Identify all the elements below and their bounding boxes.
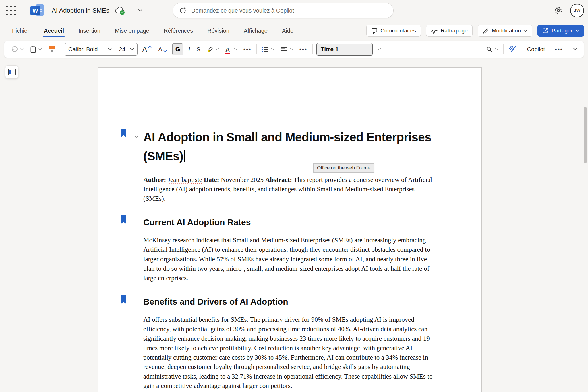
style-gallery-chevron[interactable] (376, 47, 382, 52)
chevron-up-icon (148, 46, 152, 48)
tab-fichier[interactable]: Fichier (11, 25, 30, 36)
section-heading[interactable]: Benefits and Drivers of AI Adoption (143, 296, 435, 307)
frame-tooltip: Office on the web Frame (313, 163, 374, 173)
font-color-button[interactable]: A (224, 45, 239, 54)
document-page[interactable]: AI Adoption in Small and Medium-sized En… (98, 67, 482, 392)
alignment-button[interactable] (279, 45, 295, 54)
tab-mise-en-page[interactable]: Mise en page (114, 25, 150, 36)
shrink-font-button[interactable]: A (157, 45, 169, 54)
undo-button[interactable] (9, 44, 25, 54)
doc-title-heading[interactable]: AI Adoption in Small and Medium-sized En… (143, 68, 439, 166)
format-painter-button[interactable] (47, 44, 57, 54)
grammar-underlined-word: for (221, 316, 229, 323)
bold-button[interactable]: G (172, 43, 183, 55)
document-title-chevron-icon[interactable] (138, 9, 142, 12)
more-font-options-button[interactable]: ••• (242, 45, 253, 54)
chevron-down-icon (378, 48, 381, 51)
doc-meta-paragraph[interactable]: Author: Jean-baptiste Date: November 202… (143, 175, 435, 203)
bullet-list-icon (262, 46, 269, 53)
chevron-down-icon (130, 48, 134, 51)
copilot-search-input[interactable] (191, 7, 387, 14)
copilot-search-box[interactable] (173, 3, 394, 18)
divider (61, 44, 61, 54)
pencil-icon (483, 28, 489, 34)
side-panel-icon (8, 69, 16, 75)
section-paragraph[interactable]: AI offers substantial benefits for SMEs.… (143, 315, 435, 391)
share-icon (542, 28, 549, 34)
app-launcher-icon[interactable] (5, 4, 17, 17)
word-logo-icon: W (30, 4, 45, 17)
chevron-down-icon (495, 48, 498, 51)
divider (550, 44, 550, 54)
divider (522, 44, 522, 54)
chevron-down-icon (573, 48, 577, 51)
chevron-down-icon (575, 30, 579, 32)
heading-bookmark-icon (121, 215, 126, 224)
chevron-down-icon (20, 48, 24, 51)
find-button[interactable] (485, 45, 500, 54)
copilot-icon (179, 7, 187, 14)
text-cursor (184, 150, 185, 162)
editor-button[interactable] (507, 44, 518, 54)
chevron-down-icon (38, 48, 42, 51)
share-button[interactable]: Partager (537, 25, 584, 37)
divider (503, 44, 504, 54)
chevron-down-icon (163, 50, 167, 52)
comment-icon (371, 28, 378, 34)
ribbon-overflow-button[interactable]: ••• (554, 45, 564, 54)
font-color-icon: A (225, 46, 230, 52)
underline-button[interactable]: S (195, 45, 202, 54)
tab-affichage[interactable]: Affichage (243, 25, 268, 36)
vertical-scrollbar-thumb[interactable] (584, 107, 587, 163)
pulse-icon (431, 28, 438, 34)
chevron-down-icon (524, 30, 527, 32)
tab-references[interactable]: Références (163, 25, 194, 36)
ribbon-collapse-button[interactable] (572, 47, 579, 52)
navigation-pane-toggle[interactable] (5, 65, 18, 79)
catch-up-button[interactable]: Rattrapage (426, 25, 473, 37)
divider (312, 44, 313, 54)
font-controls: Calibri Bold 24 (65, 43, 138, 56)
bullet-list-button[interactable] (260, 45, 276, 54)
heading-collapse-chevron[interactable] (134, 136, 139, 139)
highlighter-icon (206, 46, 214, 53)
topbar: W AI Adoption in SMEs JW (0, 0, 588, 21)
divider (568, 44, 568, 54)
ribbon-toolbar: Calibri Bold 24 A A G I S A ••• ••• Titr… (4, 41, 584, 58)
more-paragraph-options-button[interactable]: ••• (298, 45, 309, 54)
tab-revision[interactable]: Révision (207, 25, 230, 36)
clipboard-icon (30, 46, 37, 53)
align-left-icon (281, 46, 288, 53)
highlight-button[interactable] (205, 44, 220, 54)
chevron-down-icon (290, 48, 293, 51)
tab-accueil[interactable]: Accueil (43, 25, 65, 36)
heading-bookmark-icon (121, 129, 126, 137)
account-avatar[interactable]: JW (570, 4, 584, 17)
font-name-select[interactable]: Calibri Bold (65, 46, 115, 53)
style-select[interactable]: Titre 1 (316, 43, 373, 56)
tab-insertion[interactable]: Insertion (78, 25, 101, 36)
search-icon (486, 46, 493, 53)
format-painter-icon (48, 45, 56, 53)
paste-button[interactable] (28, 44, 43, 54)
settings-gear-icon[interactable] (554, 6, 563, 15)
chevron-down-icon (108, 48, 112, 51)
editing-mode-button[interactable]: Modification (478, 25, 532, 37)
section-paragraph[interactable]: McKinsey research indicates that Small a… (143, 235, 435, 283)
italic-button[interactable]: I (187, 44, 192, 54)
chevron-down-icon (234, 48, 237, 51)
editor-pen-icon (508, 45, 517, 53)
chevron-down-icon (216, 48, 219, 51)
saved-to-cloud-icon (114, 5, 126, 16)
document-title[interactable]: AI Adoption in SMEs (52, 7, 109, 14)
copilot-ribbon-button[interactable]: Copilot (526, 45, 546, 54)
menubar: Fichier Accueil Insertion Mise en page R… (0, 21, 588, 40)
tab-aide[interactable]: Aide (281, 25, 294, 36)
comments-button[interactable]: Commentaires (366, 25, 421, 37)
heading-bookmark-icon (121, 295, 126, 304)
grow-font-button[interactable]: A (141, 44, 154, 55)
undo-icon (11, 46, 18, 53)
font-size-select[interactable]: 24 (115, 43, 137, 55)
chevron-down-icon (271, 48, 274, 51)
section-heading[interactable]: Current AI Adoption Rates (143, 217, 435, 228)
